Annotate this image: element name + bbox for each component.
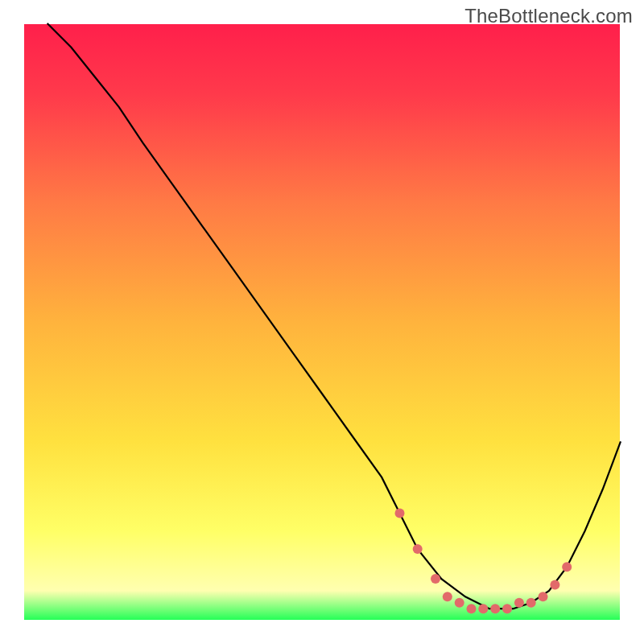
highlight-dot (550, 580, 559, 590)
chart-container: TheBottleneck.com (0, 0, 644, 644)
highlight-dot (413, 544, 423, 554)
highlight-dot (526, 598, 536, 608)
chart-svg (0, 0, 644, 644)
highlight-dot (431, 574, 440, 584)
highlight-dot (562, 562, 572, 572)
highlight-dot (478, 604, 488, 613)
highlight-dot (467, 604, 477, 613)
highlight-dot (539, 592, 548, 601)
highlight-dot (502, 604, 512, 613)
chart-gradient-bg (23, 23, 621, 621)
highlight-dot (514, 598, 524, 608)
highlight-dot (455, 598, 464, 608)
highlight-dot (395, 508, 405, 518)
highlight-dot (490, 604, 500, 613)
highlight-dot (443, 592, 452, 601)
